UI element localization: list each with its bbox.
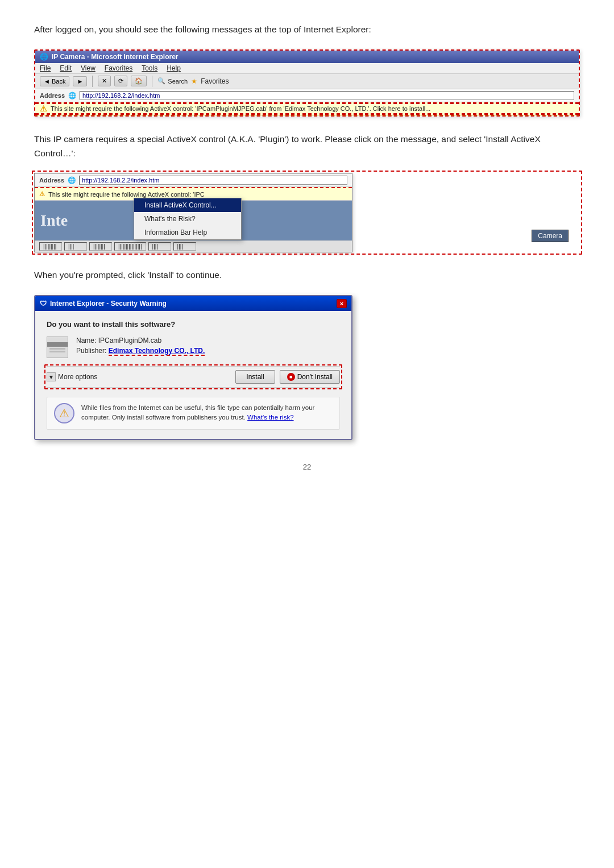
security-dialog-container: 🛡 Internet Explorer - Security Warning ×… xyxy=(34,295,580,440)
ie-title-icon: 🌐 xyxy=(40,53,48,61)
action-buttons: Install ■ Don't Install xyxy=(235,370,340,384)
publisher-link[interactable]: Edimax Technology CO., LTD. xyxy=(109,347,205,356)
menu-view[interactable]: View xyxy=(81,64,96,72)
security-buttons-row: ▼ More options Install ■ Don't Install xyxy=(47,366,340,388)
info-bar-dashes-top xyxy=(35,102,579,104)
forward-button[interactable]: ► xyxy=(73,76,87,86)
more-options-button[interactable]: ▼ More options xyxy=(47,372,97,381)
file-icon-bar xyxy=(47,342,68,347)
dont-install-icon: ■ xyxy=(287,373,295,381)
toolbar-separator-2 xyxy=(152,76,152,87)
security-dialog: 🛡 Internet Explorer - Security Warning ×… xyxy=(34,295,352,440)
dont-install-label: Don't Install xyxy=(297,373,333,381)
security-name-row: Name: IPCamPluginDM.cab xyxy=(76,337,205,344)
ie-browser-window-1: 🌐 IP Camera - Microsoft Internet Explore… xyxy=(34,49,580,117)
menu-tools[interactable]: Tools xyxy=(142,64,157,72)
more-options-icon: ▼ xyxy=(47,372,56,381)
dont-install-button[interactable]: ■ Don't Install xyxy=(280,370,340,384)
info-icon-2: ⚠ xyxy=(39,190,45,198)
search-icon: 🔍 xyxy=(157,77,165,85)
toolbar-separator xyxy=(92,76,93,87)
status-cell-2: |||| xyxy=(64,242,87,251)
status-cell-5: |||| xyxy=(148,242,171,251)
context-menu-item-risk[interactable]: What's the Risk? xyxy=(134,212,241,226)
file-details: Name: IPCamPluginDM.cab Publisher: Edima… xyxy=(76,337,205,355)
security-question: Do you want to install this software? xyxy=(47,320,340,329)
ie-address-bar-1: Address 🌐 http://192.168.2.2/index.htm xyxy=(35,89,579,102)
favorites-label: Favorites xyxy=(201,77,229,85)
info-bar-icon: ⚠ xyxy=(40,104,47,113)
ie-toolbar-1: ◄ Back ► ✕ ⟳ 🏠 🔍 Search ★ Favorites xyxy=(35,74,579,89)
menu-help[interactable]: Help xyxy=(167,64,181,72)
intro-text-2: This IP camera requires a special Active… xyxy=(34,132,580,161)
ie-browser-window-2-container: Address 🌐 http://192.168.2.2/index.htm ⚠… xyxy=(34,173,580,252)
intro-text-3: When you're prompted, click 'Install' to… xyxy=(34,268,580,283)
warning-link[interactable]: What's the risk? xyxy=(247,414,293,421)
more-options-label: More options xyxy=(58,373,97,381)
ie-menu-bar-1: File Edit View Favorites Tools Help xyxy=(35,63,579,74)
camera-label: Camera xyxy=(532,230,569,242)
context-menu-item-help[interactable]: Information Bar Help xyxy=(134,226,241,239)
search-area: 🔍 Search xyxy=(157,77,188,85)
camera-text: Camera xyxy=(538,232,562,240)
ie-title-text: IP Camera - Microsoft Internet Explorer xyxy=(52,53,179,61)
security-info-row: Name: IPCamPluginDM.cab Publisher: Edima… xyxy=(47,337,340,358)
file-icon xyxy=(47,337,68,358)
security-title-text: Internet Explorer - Security Warning xyxy=(50,300,167,308)
security-title-left: 🛡 Internet Explorer - Security Warning xyxy=(40,300,167,308)
address-input-1[interactable]: http://192.168.2.2/index.htm xyxy=(80,91,574,100)
security-dialog-body: Do you want to install this software? Na… xyxy=(35,311,351,439)
menu-file[interactable]: File xyxy=(40,64,51,72)
status-cell-1: ||||||||| xyxy=(39,242,62,251)
ie-info-bar-1[interactable]: ⚠ This site might require the following … xyxy=(35,102,579,115)
address-label-2: Address xyxy=(39,177,64,184)
security-warning-row: ⚠ While files from the Internet can be u… xyxy=(47,397,340,430)
address-icon-2: 🌐 xyxy=(68,176,76,184)
warning-icon: ⚠ xyxy=(54,403,74,423)
file-icon-line-2 xyxy=(49,351,66,352)
context-menu-item-install[interactable]: Install ActiveX Control... xyxy=(134,198,241,212)
name-label: Name: xyxy=(76,337,96,344)
home-button[interactable]: 🏠 xyxy=(131,76,147,86)
close-button[interactable]: × xyxy=(337,299,347,308)
info-bar-text-2: This site might require the following Ac… xyxy=(48,191,205,198)
menu-favorites[interactable]: Favorites xyxy=(105,64,132,72)
status-cell-6: |||| xyxy=(173,242,196,251)
address-label: Address xyxy=(40,92,65,99)
page-number: 22 xyxy=(34,463,580,471)
context-menu: Install ActiveX Control... What's the Ri… xyxy=(134,198,242,240)
address-input-2[interactable]: http://192.168.2.2/index.htm xyxy=(79,176,347,185)
warning-text: While files from the Internet can be use… xyxy=(81,403,333,423)
info-bar-text-1: This site might require the following Ac… xyxy=(51,105,430,112)
publisher-label: Publisher: xyxy=(76,347,106,355)
favorites-icon: ★ xyxy=(191,77,197,85)
file-icon-line-1 xyxy=(49,348,66,350)
security-title-icon: 🛡 xyxy=(40,300,47,308)
back-button[interactable]: ◄ Back xyxy=(40,76,69,86)
info-bar-dashes-bottom xyxy=(35,113,579,115)
address-icon: 🌐 xyxy=(68,92,76,99)
ie-address-bar-2: Address 🌐 http://192.168.2.2/index.htm xyxy=(35,173,352,187)
security-title-bar: 🛡 Internet Explorer - Security Warning × xyxy=(35,296,351,311)
status-cell-3: |||||||| xyxy=(89,242,112,251)
ie-bottom-bar: ||||||||| |||| |||||||| ||||||||||||||||… xyxy=(35,240,352,252)
security-publisher-row: Publisher: Edimax Technology CO., LTD. xyxy=(76,347,205,355)
ie-title-bar-1: 🌐 IP Camera - Microsoft Internet Explore… xyxy=(35,51,579,63)
refresh-button[interactable]: ⟳ xyxy=(114,76,127,86)
name-value: IPCamPluginDM.cab xyxy=(98,337,161,344)
ie-content-text: Inte xyxy=(40,211,68,230)
install-button[interactable]: Install xyxy=(235,370,275,384)
status-cell-4: |||||||||||||||| xyxy=(114,242,146,251)
intro-text-1: After logged on, you should see the foll… xyxy=(34,23,580,37)
search-label: Search xyxy=(168,78,188,85)
stop-button[interactable]: ✕ xyxy=(98,76,111,86)
menu-edit[interactable]: Edit xyxy=(60,64,72,72)
